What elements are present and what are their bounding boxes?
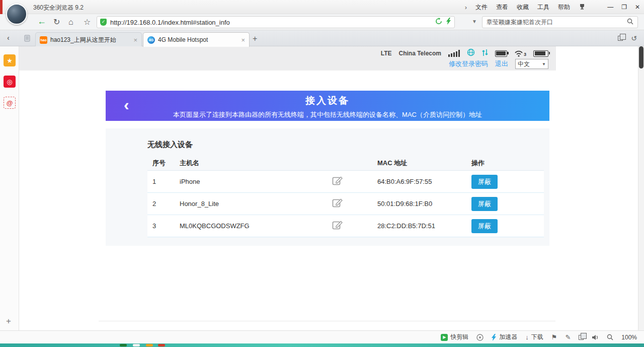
row-hostname: Honor_8_Lite: [180, 200, 332, 207]
navbar: ← ↻ ⌂ ☆ ✓ http://192.168.0.1/index.html#…: [0, 14, 644, 30]
address-bar[interactable]: ✓ http://192.168.0.1/index.html#station_…: [97, 16, 455, 28]
reading-list-icon[interactable]: [24, 35, 30, 44]
zoom-level[interactable]: 100%: [621, 334, 637, 341]
menubar: › 文件 查看 收藏 工具 帮助: [465, 0, 586, 14]
status-icons-row: LTE China Telecom 3: [381, 48, 548, 58]
mute-icon[interactable]: [592, 334, 599, 340]
tab-close-icon[interactable]: ×: [241, 36, 245, 44]
quick-edit-icon: ▶: [441, 334, 448, 341]
table-row: 3 ML0KQBCGODSWZFG 28:C2:DD:B5:7D:51 屏蔽: [147, 215, 544, 237]
wifi-icon: 3: [514, 50, 526, 57]
taskbar-app-icon[interactable]: [158, 344, 165, 346]
table-row: 2 Honor_8_Lite 50:01:D9:68:1F:B0 屏蔽: [147, 193, 544, 215]
quick-edit-button[interactable]: ▶ 快剪辑: [441, 333, 468, 341]
favorite-icon[interactable]: ☆: [84, 17, 91, 27]
report-flag-icon[interactable]: ⚑: [551, 333, 557, 341]
banner-title: 接入设备: [106, 91, 549, 107]
header-action: 操作: [471, 159, 544, 168]
tab-close-icon[interactable]: ×: [133, 36, 137, 44]
sidebar: ★ ◎ @ +: [0, 46, 19, 330]
speed-mode-icon[interactable]: [446, 18, 451, 27]
row-mac: 28:C2:DD:B5:7D:51: [377, 222, 471, 230]
menu-expand-icon[interactable]: ›: [465, 4, 467, 11]
row-hostname: ML0KQBCGODSWZFG: [180, 222, 332, 230]
block-button[interactable]: 屏蔽: [471, 219, 498, 233]
close-button[interactable]: ✕: [635, 4, 640, 11]
hao123-favicon: hao: [40, 36, 47, 44]
scrollbar[interactable]: [638, 46, 644, 330]
table-row: 1 iPhone 64:B0:A6:9F:57:55 屏蔽: [147, 171, 544, 193]
security-shield-icon: ✓: [100, 19, 107, 26]
browser-window: 360安全浏览器 9.2 › 文件 查看 收藏 工具 帮助 — ❐ ✕ ← ↻ …: [0, 0, 644, 347]
block-button[interactable]: 屏蔽: [471, 197, 498, 211]
menu-file[interactable]: 文件: [475, 3, 488, 12]
tab-list-icon[interactable]: [618, 36, 623, 41]
quick-edit-label: 快剪辑: [450, 333, 468, 341]
sidebar-collapse-icon[interactable]: ‹: [7, 33, 10, 42]
globe-icon: [467, 48, 475, 58]
window-title: 360安全浏览器 9.2: [33, 4, 84, 12]
sidebar-weibo-icon[interactable]: ◎: [4, 76, 16, 88]
block-button[interactable]: 屏蔽: [471, 175, 498, 189]
edit-hostname-icon[interactable]: [332, 220, 343, 232]
menu-tools[interactable]: 工具: [537, 3, 549, 12]
devices-card: 无线接入设备 序号 主机名 MAC 地址 操作 1 iPhone 64:B0:A…: [106, 128, 549, 246]
traffic-updown-icon: [482, 49, 488, 58]
section-title: 无线接入设备: [147, 140, 193, 150]
logout-link[interactable]: 退出: [495, 59, 508, 68]
note-icon[interactable]: ✎: [565, 333, 571, 341]
tab-label[interactable]: 4G Mobile Hotspot: [158, 36, 238, 43]
header-mac: MAC 地址: [377, 159, 471, 168]
edit-hostname-icon[interactable]: [332, 198, 343, 210]
zoom-icon[interactable]: [607, 334, 613, 340]
sidebar-favorites-icon[interactable]: ★: [4, 54, 16, 66]
statusbar: ▶ 快剪辑 加速器 ↓ 下载 ⚑ ✎ 100%: [0, 330, 644, 343]
sidebar-add-icon[interactable]: +: [6, 316, 11, 326]
window-split-icon[interactable]: [579, 335, 584, 340]
restore-tab-icon[interactable]: ↺: [631, 34, 637, 42]
menu-favorites[interactable]: 收藏: [517, 3, 529, 12]
taskbar-app-icon[interactable]: [120, 344, 127, 346]
edit-hostname-icon[interactable]: [332, 176, 343, 187]
header-host: 主机名: [180, 159, 332, 168]
taskbar-app-icon[interactable]: [133, 344, 140, 346]
page-banner: ‹ 接入设备 本页面显示了连接到本路由器的所有无线终端，其中包括无线终端的设备名…: [106, 91, 549, 121]
download-button[interactable]: ↓ 下载: [525, 333, 543, 341]
row-mac: 64:B0:A6:9F:57:55: [377, 178, 471, 185]
tab-label[interactable]: hao123_上网从这里开始: [50, 36, 130, 44]
row-no: 3: [147, 222, 180, 230]
banner-back-icon[interactable]: ‹: [124, 95, 129, 115]
menu-help[interactable]: 帮助: [558, 3, 570, 12]
search-box[interactable]: 章莹颖嫌案嫌犯首次开口: [482, 16, 638, 28]
window-controls: — ❐ ✕: [607, 0, 640, 14]
search-query[interactable]: 章莹颖嫌案嫌犯首次开口: [487, 18, 627, 27]
row-mac: 50:01:D9:68:1F:B0: [377, 200, 471, 207]
browser-medal-icon[interactable]: [476, 334, 484, 341]
language-value: 中文: [518, 60, 530, 68]
menu-view[interactable]: 查看: [496, 3, 508, 12]
user-avatar[interactable]: [6, 4, 27, 25]
new-tab-button[interactable]: +: [253, 34, 257, 43]
trophy-icon[interactable]: [579, 3, 586, 12]
signal-strength-icon: [448, 50, 460, 57]
accelerator-button[interactable]: 加速器: [492, 333, 517, 341]
select-arrow-icon: ▼: [542, 62, 546, 66]
wifi-client-count: 3: [524, 52, 526, 57]
titlebar: 360安全浏览器 9.2 › 文件 查看 收藏 工具 帮助 — ❐ ✕: [0, 0, 644, 14]
search-icon[interactable]: [627, 18, 633, 27]
change-password-link[interactable]: 修改登录密码: [449, 59, 488, 68]
url-dropdown-icon[interactable]: ▼: [472, 19, 477, 24]
tab-4g-hotspot[interactable]: 4G 4G Mobile Hotspot ×: [143, 32, 250, 47]
minimize-button[interactable]: —: [607, 4, 613, 11]
language-select[interactable]: 中文 ▼: [515, 59, 548, 69]
scrollbar-thumb[interactable]: [639, 46, 643, 68]
url-text[interactable]: http://192.168.0.1/index.html#station_in…: [110, 19, 435, 26]
home-icon[interactable]: ⌂: [68, 17, 73, 27]
tab-hao123[interactable]: hao hao123_上网从这里开始 ×: [35, 32, 142, 47]
maximize-button[interactable]: ❐: [621, 4, 627, 11]
sidebar-mail-icon[interactable]: @: [4, 97, 16, 109]
auto-refresh-icon[interactable]: [435, 18, 442, 27]
refresh-icon[interactable]: ↻: [53, 17, 60, 27]
taskbar-app-icon[interactable]: [146, 344, 153, 346]
back-icon[interactable]: ←: [37, 16, 46, 26]
